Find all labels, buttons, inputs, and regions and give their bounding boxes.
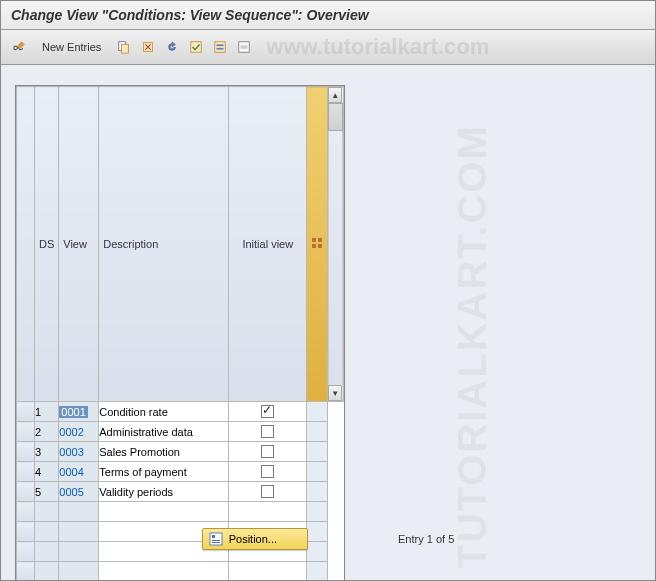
cell-spacer — [307, 482, 328, 502]
cell-spacer — [307, 402, 328, 422]
cell-ds[interactable]: 3 — [35, 442, 59, 462]
vertical-scrollbar[interactable]: ▲ ▼ — [328, 87, 344, 402]
svg-rect-16 — [212, 542, 220, 543]
initial-view-checkbox[interactable] — [261, 445, 274, 458]
undo-icon — [165, 40, 179, 54]
new-entries-button[interactable]: New Entries — [33, 37, 110, 57]
svg-rect-11 — [312, 244, 316, 248]
undo-change-button[interactable] — [162, 37, 182, 57]
position-label: Position... — [229, 533, 277, 545]
deselect-all-icon — [237, 40, 251, 54]
entry-count-text: Entry 1 of 5 — [398, 533, 454, 545]
table-row-empty — [17, 562, 344, 582]
svg-rect-6 — [217, 48, 224, 50]
select-all-button[interactable] — [186, 37, 206, 57]
initial-view-checkbox[interactable] — [261, 465, 274, 478]
cell-view[interactable]: 0005 — [59, 482, 99, 502]
svg-rect-1 — [122, 44, 129, 53]
cell-view[interactable]: 0002 — [59, 422, 99, 442]
scroll-down-button[interactable]: ▼ — [328, 385, 342, 401]
row-selector[interactable] — [17, 562, 35, 582]
header-ds[interactable]: DS — [35, 87, 59, 402]
scroll-thumb[interactable] — [328, 103, 343, 131]
cell-view[interactable]: 0003 — [59, 442, 99, 462]
initial-view-checkbox[interactable] — [261, 405, 274, 418]
cell-description[interactable] — [99, 562, 229, 582]
cell-ds[interactable]: 1 — [35, 402, 59, 422]
cell-description[interactable]: Administrative data — [99, 422, 229, 442]
cell-spacer — [307, 562, 328, 582]
cell-ds[interactable] — [35, 562, 59, 582]
table-settings-icon — [311, 237, 323, 249]
cell-view[interactable]: 0001 — [59, 402, 99, 422]
table-row: 2 0002 Administrative data — [17, 422, 344, 442]
initial-view-checkbox[interactable] — [261, 425, 274, 438]
new-entries-label: New Entries — [42, 41, 101, 53]
copy-icon — [117, 40, 131, 54]
cell-description[interactable]: Terms of payment — [99, 462, 229, 482]
header-initial-view[interactable]: Initial view — [229, 87, 307, 402]
cell-initial-view[interactable] — [229, 462, 307, 482]
row-selector[interactable] — [17, 402, 35, 422]
svg-rect-12 — [318, 244, 322, 248]
header-row-selector[interactable] — [17, 87, 35, 402]
cell-description[interactable]: Condition rate — [99, 402, 229, 422]
svg-rect-9 — [312, 238, 316, 242]
row-selector[interactable] — [17, 502, 35, 522]
deselect-all-button[interactable] — [234, 37, 254, 57]
cell-spacer — [307, 422, 328, 442]
content-area: DS View Description Initial view ▲ ▼ — [1, 65, 655, 581]
toolbar: New Entries www.tutorialkart.com — [1, 30, 655, 65]
header-configure-button[interactable] — [307, 87, 328, 402]
initial-view-checkbox[interactable] — [261, 485, 274, 498]
svg-rect-8 — [241, 45, 248, 49]
table-row: 5 0005 Validity periods — [17, 482, 344, 502]
cell-view[interactable]: 0004 — [59, 462, 99, 482]
position-icon — [209, 532, 223, 546]
cell-spacer — [307, 442, 328, 462]
row-selector[interactable] — [17, 422, 35, 442]
data-table: DS View Description Initial view ▲ ▼ — [16, 86, 344, 581]
toggle-display-change-button[interactable] — [9, 37, 29, 57]
row-selector[interactable] — [17, 482, 35, 502]
cell-view[interactable] — [59, 502, 99, 522]
table-row: 1 0001 Condition rate — [17, 402, 344, 422]
position-button[interactable]: Position... — [202, 528, 308, 550]
header-view[interactable]: View — [59, 87, 99, 402]
select-block-icon — [213, 40, 227, 54]
cell-initial-view[interactable] — [229, 422, 307, 442]
cell-view[interactable] — [59, 562, 99, 582]
cell-initial-view[interactable] — [229, 562, 307, 582]
watermark-side: TUTORIALKART.COM — [450, 124, 495, 569]
table-header-row: DS View Description Initial view ▲ ▼ — [17, 87, 344, 402]
row-selector[interactable] — [17, 462, 35, 482]
delete-button[interactable] — [138, 37, 158, 57]
header-description[interactable]: Description — [99, 87, 229, 402]
cell-description[interactable]: Validity periods — [99, 482, 229, 502]
cell-ds[interactable] — [35, 502, 59, 522]
svg-rect-4 — [215, 42, 226, 53]
cell-ds[interactable]: 2 — [35, 422, 59, 442]
scroll-track[interactable] — [328, 131, 343, 385]
cell-ds[interactable]: 4 — [35, 462, 59, 482]
footer-bar: Position... Entry 1 of 5 — [1, 528, 655, 550]
select-block-button[interactable] — [210, 37, 230, 57]
cell-initial-view[interactable] — [229, 482, 307, 502]
grid-container: DS View Description Initial view ▲ ▼ — [15, 85, 345, 581]
cell-initial-view[interactable] — [229, 502, 307, 522]
cell-spacer — [307, 502, 328, 522]
page-title: Change View "Conditions: View Sequence":… — [11, 7, 369, 23]
cell-initial-view[interactable] — [229, 442, 307, 462]
cell-ds[interactable]: 5 — [35, 482, 59, 502]
cell-initial-view[interactable] — [229, 402, 307, 422]
delete-icon — [141, 40, 155, 54]
table-row: 4 0004 Terms of payment — [17, 462, 344, 482]
table-row-empty — [17, 502, 344, 522]
cell-description[interactable]: Sales Promotion — [99, 442, 229, 462]
scroll-up-button[interactable]: ▲ — [328, 87, 342, 103]
row-selector[interactable] — [17, 442, 35, 462]
cell-description[interactable] — [99, 502, 229, 522]
copy-as-button[interactable] — [114, 37, 134, 57]
svg-rect-14 — [212, 535, 215, 538]
glasses-pencil-icon — [12, 40, 26, 54]
